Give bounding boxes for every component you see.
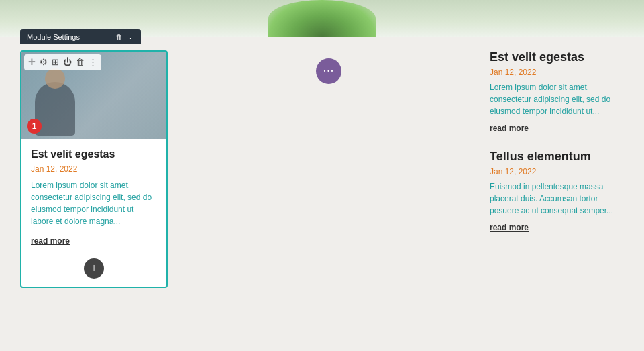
- sidebar-post-1: Est velit egestas Jan 12, 2022 Lorem ips…: [490, 50, 624, 134]
- more-vertical-icon[interactable]: ⋮: [89, 57, 97, 68]
- add-module-button[interactable]: +: [84, 258, 104, 279]
- sidebar-post-2-text: Euismod in pellentesque massa placerat d…: [490, 181, 624, 217]
- left-card-body: Est velit egestas Jan 12, 2022 Lorem ips…: [21, 139, 166, 253]
- trash-icon[interactable]: 🗑: [115, 33, 123, 41]
- left-card-add-section: +: [21, 253, 166, 287]
- red-badge[interactable]: 1: [27, 119, 42, 134]
- more-options-button[interactable]: ···: [316, 58, 341, 84]
- sidebar-post-2-read-more[interactable]: read more: [490, 223, 529, 232]
- bottom-more-section: ···: [316, 58, 341, 84]
- left-card-wrapper: Module Settings 🗑 ⋮ ✛ ⚙ ⊞ ⏻ 🗑 ⋮: [20, 50, 168, 288]
- plant-decoration: [268, 0, 376, 37]
- sidebar-post-1-read-more[interactable]: read more: [490, 123, 529, 133]
- left-card-date: Jan 12, 2022: [31, 164, 157, 174]
- module-settings-bar[interactable]: Module Settings 🗑 ⋮: [20, 29, 141, 44]
- left-card-title: Est velit egestas: [31, 148, 157, 160]
- module-settings-label: Module Settings: [27, 33, 80, 41]
- sidebar-post-1-text: Lorem ipsum dolor sit amet, consectetur …: [490, 81, 624, 117]
- left-card-text: Lorem ipsum dolor sit amet, consectetur …: [31, 179, 157, 228]
- settings-gear-icon[interactable]: ⚙: [40, 57, 48, 68]
- more-icon[interactable]: ⋮: [127, 32, 134, 41]
- right-sidebar: Est velit egestas Jan 12, 2022 Lorem ips…: [490, 50, 624, 233]
- sidebar-post-2-date: Jan 12, 2022: [490, 167, 624, 177]
- main-content: Module Settings 🗑 ⋮ ✛ ⚙ ⊞ ⏻ 🗑 ⋮: [0, 37, 644, 351]
- left-card: ✛ ⚙ ⊞ ⏻ 🗑 ⋮ 1 Est velit egestas Jan 12, …: [20, 50, 168, 288]
- left-card-image: ✛ ⚙ ⊞ ⏻ 🗑 ⋮ 1: [21, 52, 166, 139]
- sidebar-post-2-title: Tellus elementum: [490, 150, 624, 164]
- power-icon[interactable]: ⏻: [63, 57, 72, 68]
- layout-icon[interactable]: ⊞: [52, 57, 59, 68]
- module-settings-icons: 🗑 ⋮: [115, 32, 134, 41]
- delete-icon[interactable]: 🗑: [76, 57, 85, 68]
- action-toolbar: ✛ ⚙ ⊞ ⏻ 🗑 ⋮: [24, 54, 101, 70]
- sidebar-post-2: Tellus elementum Jan 12, 2022 Euismod in…: [490, 150, 624, 233]
- left-card-read-more[interactable]: read more: [31, 236, 70, 246]
- move-icon[interactable]: ✛: [28, 57, 36, 68]
- sidebar-post-1-title: Est velit egestas: [490, 50, 624, 64]
- sidebar-post-1-date: Jan 12, 2022: [490, 68, 624, 77]
